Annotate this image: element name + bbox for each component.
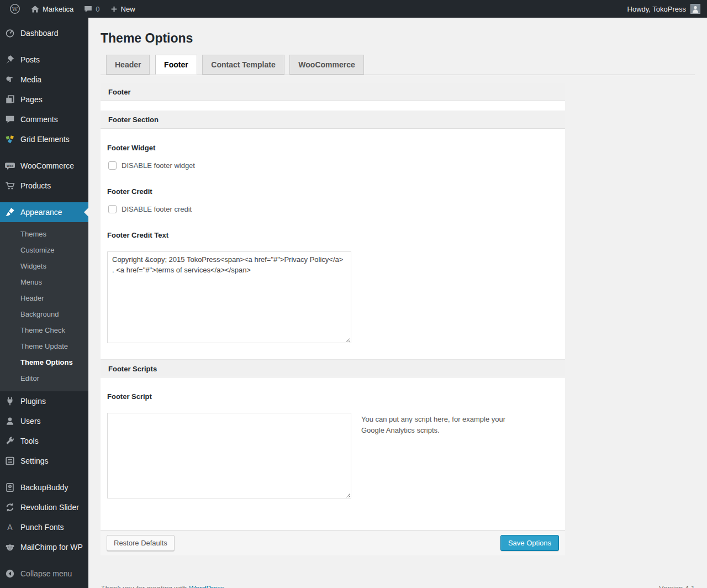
sidebar-item-tools[interactable]: Tools [0, 431, 88, 451]
pages-icon [4, 94, 15, 105]
appearance-submenu: Themes Customize Widgets Menus Header Ba… [0, 222, 88, 391]
svg-text:W: W [12, 6, 18, 12]
sidebar-item-grid-elements[interactable]: Grid Elements [0, 129, 88, 149]
sidebar-item-label: Users [20, 417, 41, 426]
tab-bar: Header Footer Contact Template WooCommer… [101, 55, 695, 75]
disable-footer-credit-label: DISABLE footer credit [122, 205, 192, 213]
comment-count: 0 [96, 5, 99, 13]
tab-header[interactable]: Header [106, 55, 150, 75]
pin-icon [4, 54, 15, 65]
footer-script-label: Footer Script [107, 392, 557, 401]
comment-bubble-icon [83, 4, 93, 14]
letter-a-icon: A [4, 522, 15, 533]
footer-widget-label: Footer Widget [107, 144, 557, 152]
sidebar-item-plugins[interactable]: Plugins [0, 391, 88, 411]
submenu-item-menus[interactable]: Menus [0, 274, 88, 290]
sidebar-item-label: Products [20, 181, 51, 190]
sidebar-item-label: Revolution Slider [20, 503, 79, 512]
wordpress-logo-icon: W [9, 3, 20, 14]
sidebar-item-products[interactable]: Products [0, 176, 88, 196]
sidebar-item-appearance[interactable]: Appearance [0, 202, 88, 222]
sidebar-item-label: Settings [20, 456, 49, 465]
submenu-item-widgets[interactable]: Widgets [0, 258, 88, 274]
theme-options-panel: Footer Footer Section Footer Widget DISA… [101, 83, 565, 555]
cart-icon [4, 180, 15, 191]
sidebar-item-woocommerce[interactable]: Woo WooCommerce [0, 156, 88, 176]
grid-elements-icon [4, 134, 15, 145]
submenu-item-customize[interactable]: Customize [0, 242, 88, 258]
footer-section-header: Footer [101, 83, 565, 101]
collapse-arrow-icon [4, 568, 15, 579]
tab-woocommerce[interactable]: WooCommerce [289, 55, 363, 75]
monkey-icon [4, 542, 15, 553]
plus-icon [110, 5, 118, 13]
comments-bubble-icon [4, 114, 15, 125]
footer-credit-checkbox-row: DISABLE footer credit [108, 205, 557, 213]
account-menu[interactable]: Howdy, TokoPress [627, 4, 700, 14]
footer-subsection-header: Footer Section [101, 111, 565, 129]
footer-script-input[interactable] [107, 413, 351, 498]
howdy-label: Howdy, TokoPress [627, 5, 686, 13]
new-content-menu[interactable]: New [105, 0, 140, 18]
sidebar-item-label: BackupBuddy [20, 483, 68, 492]
submenu-item-theme-update[interactable]: Theme Update [0, 338, 88, 354]
svg-text:Woo: Woo [7, 164, 13, 167]
disable-footer-widget-checkbox[interactable] [108, 161, 117, 170]
sidebar-item-revolution-slider[interactable]: Revolution Slider [0, 497, 88, 517]
panel-action-bar: Restore Defaults Save Options [101, 530, 565, 555]
sidebar-item-label: Collapse menu [20, 569, 72, 578]
sidebar-item-settings[interactable]: Settings [0, 451, 88, 471]
save-options-button[interactable]: Save Options [500, 535, 559, 551]
restore-defaults-button[interactable]: Restore Defaults [107, 535, 175, 551]
sidebar-item-pages[interactable]: Pages [0, 90, 88, 109]
sidebar-item-users[interactable]: Users [0, 411, 88, 431]
footer-scripts-body: Footer Script You can put any script her… [101, 377, 565, 530]
footer-credit-text-label: Footer Credit Text [107, 231, 557, 239]
thanks-prefix: Thank you for creating with [101, 584, 189, 588]
admin-sidebar: Dashboard Posts Media Pages Comments Gri… [0, 18, 88, 588]
sidebar-item-label: MailChimp for WP [20, 543, 83, 552]
thanks-text: Thank you for creating with WordPress. [101, 584, 226, 588]
sidebar-item-label: Tools [20, 437, 39, 445]
disable-footer-credit-checkbox[interactable] [108, 205, 117, 213]
sidebar-item-dashboard[interactable]: Dashboard [0, 23, 88, 43]
sidebar-item-mailchimp[interactable]: MailChimp for WP [0, 537, 88, 557]
site-name-label: Marketica [43, 5, 73, 13]
tab-contact-template[interactable]: Contact Template [202, 55, 284, 75]
new-label: New [121, 5, 135, 13]
sidebar-item-label: WooCommerce [20, 161, 74, 170]
submenu-item-theme-check[interactable]: Theme Check [0, 322, 88, 338]
sidebar-item-comments[interactable]: Comments [0, 109, 88, 129]
backup-drive-icon [4, 482, 15, 493]
footer-section-body: Footer Widget DISABLE footer widget Foot… [101, 129, 565, 359]
wordpress-logo-menu[interactable]: W [4, 0, 25, 18]
sliders-icon [4, 455, 15, 466]
sidebar-item-punch-fonts[interactable]: A Punch Fonts [0, 517, 88, 537]
submenu-item-editor[interactable]: Editor [0, 370, 88, 386]
sidebar-item-collapse-menu[interactable]: Collapse menu [0, 564, 88, 584]
tab-footer[interactable]: Footer [155, 55, 197, 75]
sidebar-item-label: Punch Fonts [20, 523, 64, 532]
site-name-menu[interactable]: Marketica [25, 0, 78, 18]
panel-spacer [101, 101, 565, 111]
submenu-item-theme-options[interactable]: Theme Options [0, 354, 88, 370]
sidebar-item-posts[interactable]: Posts [0, 50, 88, 70]
comments-admin-item[interactable]: 0 [78, 0, 104, 18]
admin-footer: Thank you for creating with WordPress. V… [101, 584, 695, 588]
sidebar-item-label: Media [20, 75, 41, 84]
sidebar-item-media[interactable]: Media [0, 70, 88, 90]
sidebar-item-backupbuddy[interactable]: BackupBuddy [0, 477, 88, 497]
submenu-item-background[interactable]: Background [0, 306, 88, 322]
submenu-item-header[interactable]: Header [0, 290, 88, 306]
footer-scripts-header: Footer Scripts [101, 359, 565, 377]
wordpress-link[interactable]: WordPress [189, 584, 224, 588]
footer-script-hint: You can put any script here, for example… [361, 413, 530, 435]
user-icon [4, 416, 15, 427]
version-label: Version 4.1 [659, 584, 695, 588]
thanks-suffix: . [224, 584, 226, 588]
disable-footer-widget-label: DISABLE footer widget [122, 161, 195, 170]
home-icon [30, 4, 40, 14]
media-icon [4, 74, 15, 85]
submenu-item-themes[interactable]: Themes [0, 226, 88, 242]
footer-credit-text-input[interactable]: Copyright &copy; 2015 TokoPress<span><a … [107, 251, 351, 343]
